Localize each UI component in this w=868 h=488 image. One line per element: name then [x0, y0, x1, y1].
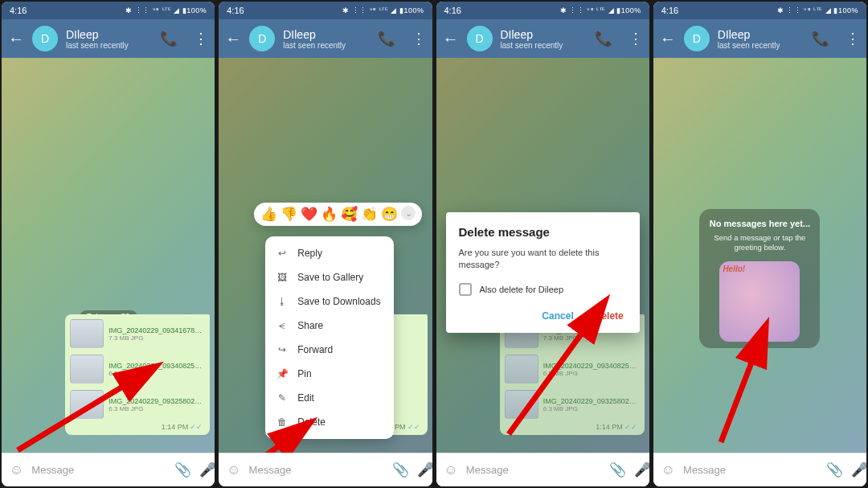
- message-time: 1:14 PM✓✓: [502, 423, 642, 433]
- avatar[interactable]: D: [32, 26, 58, 51]
- status-time: 4:16: [227, 6, 244, 15]
- more-icon[interactable]: ⋮: [845, 30, 860, 47]
- message-input[interactable]: [466, 464, 601, 476]
- more-icon[interactable]: ⋮: [194, 30, 208, 47]
- download-icon: ⭳: [276, 296, 288, 307]
- call-icon[interactable]: 📞: [160, 30, 178, 47]
- reaction[interactable]: 👏: [361, 206, 378, 223]
- file-thumb[interactable]: [70, 319, 104, 348]
- more-icon[interactable]: ⋮: [628, 30, 643, 47]
- contact-info[interactable]: DIleep last seen recently: [66, 28, 144, 50]
- ctx-pin[interactable]: 📌Pin: [265, 362, 394, 386]
- contact-info[interactable]: DIleep last seen recently: [501, 28, 579, 50]
- ctx-delete[interactable]: 🗑Delete: [265, 410, 394, 434]
- forward-icon: ↪: [276, 344, 288, 355]
- message-input[interactable]: [31, 464, 166, 476]
- file-thumb[interactable]: [70, 390, 104, 419]
- checkbox-row[interactable]: Also delete for Dileep: [459, 283, 627, 296]
- ctx-reply[interactable]: ↩Reply: [265, 241, 394, 265]
- message-input[interactable]: [683, 464, 818, 476]
- file-row[interactable]: IMG_20240229_093408251_DOC.jpg 6.5 MB JP…: [68, 352, 207, 386]
- status-bar: 4:16 ✱ ⋮⋮ ᵛᵒ ᴸᵀᴱ ◢ ▮100%: [653, 2, 866, 19]
- status-icons: ✱ ⋮⋮ ᵛᵒ ᴸᵀᴱ ◢ ▮100%: [342, 6, 424, 14]
- checkbox[interactable]: [459, 283, 472, 296]
- back-button[interactable]: ←: [8, 30, 24, 48]
- empty-title: No messages here yet...: [707, 219, 812, 228]
- file-thumb[interactable]: [70, 355, 104, 383]
- emoji-icon[interactable]: ☺: [661, 462, 675, 478]
- contact-name: DIleep: [66, 28, 144, 41]
- reactions-bar[interactable]: 👍 👎 ❤️ 🔥 🥰 👏 😁 ⌄: [254, 203, 422, 226]
- reaction[interactable]: 👎: [280, 206, 297, 223]
- contact-info[interactable]: DIleep last seen recently: [283, 28, 361, 50]
- mic-icon[interactable]: 🎤: [199, 461, 215, 478]
- attach-icon[interactable]: 📎: [609, 461, 626, 478]
- attach-icon[interactable]: 📎: [392, 461, 409, 478]
- empty-sub: Send a message or tap the greeting below…: [707, 233, 812, 253]
- attach-icon[interactable]: 📎: [174, 461, 191, 478]
- reaction[interactable]: ❤️: [301, 206, 317, 223]
- attach-icon[interactable]: 📎: [826, 461, 843, 478]
- emoji-icon[interactable]: ☺: [444, 462, 458, 478]
- file-name: IMG_20240229_093258025_DOC.jpg: [108, 397, 205, 405]
- reaction[interactable]: 🔥: [321, 206, 338, 223]
- status-icons: ✱ ⋮⋮ ᵛᵒ ᴸᵀᴱ ◢ ▮100%: [125, 6, 207, 14]
- status-icons: ✱ ⋮⋮ ᵛᵒ ᴸᵀᴱ ◢ ▮100%: [777, 6, 858, 14]
- input-bar: ☺ 📎 🎤: [219, 453, 432, 486]
- file-thumb[interactable]: [505, 355, 538, 383]
- avatar[interactable]: D: [467, 26, 493, 51]
- avatar[interactable]: D: [249, 26, 275, 51]
- ctx-share[interactable]: ⪪Share: [265, 314, 394, 338]
- back-button[interactable]: ←: [443, 30, 459, 48]
- mic-icon[interactable]: 🎤: [851, 461, 866, 478]
- media-message[interactable]: IMG_20240229_093416781_DOC.jpg 7.3 MB JP…: [65, 314, 210, 435]
- status-time: 4:16: [444, 6, 461, 15]
- contact-info[interactable]: DIleep last seen recently: [718, 28, 796, 50]
- message-input[interactable]: [249, 464, 384, 476]
- chat-area[interactable]: February 29 IMG_20240229_093416781_DOC.j…: [436, 58, 649, 453]
- file-row[interactable]: IMG_20240229_093258025_DOC.jpg 6.3 MB JP…: [502, 388, 642, 421]
- pin-icon: 📌: [276, 368, 288, 379]
- file-thumb[interactable]: [505, 390, 538, 419]
- call-icon[interactable]: 📞: [812, 30, 829, 47]
- mic-icon[interactable]: 🎤: [634, 461, 649, 478]
- screen-1: 4:16 ✱ ⋮⋮ ᵛᵒ ᴸᵀᴱ ◢ ▮100% ← D DIleep last…: [2, 2, 215, 486]
- greeting-sticker[interactable]: [719, 261, 800, 342]
- mic-icon[interactable]: 🎤: [417, 461, 432, 478]
- contact-name: DIleep: [718, 28, 796, 41]
- reaction[interactable]: 👍: [260, 206, 277, 223]
- chat-area[interactable]: 29_093416 7.3 MB JPG 29_09340 6.5 MB JPG…: [219, 58, 432, 453]
- reaction[interactable]: 🥰: [341, 206, 358, 223]
- call-icon[interactable]: 📞: [595, 30, 612, 47]
- status-bar: 4:16 ✱ ⋮⋮ ᵛᵒ ᴸᵀᴱ ◢ ▮100%: [219, 2, 432, 19]
- emoji-icon[interactable]: ☺: [10, 462, 23, 478]
- share-icon: ⪪: [276, 320, 288, 331]
- chat-area[interactable]: February 29 IMG_20240229_093416781_DOC.j…: [2, 58, 215, 453]
- reaction[interactable]: 😁: [381, 206, 398, 223]
- empty-chat-card[interactable]: No messages here yet... Send a message o…: [699, 209, 820, 348]
- contact-name: DIleep: [283, 28, 361, 41]
- ctx-save-gallery[interactable]: 🖼Save to Gallery: [265, 265, 394, 289]
- chat-area[interactable]: No messages here yet... Send a message o…: [653, 58, 866, 453]
- ctx-forward[interactable]: ↪Forward: [265, 338, 394, 362]
- back-button[interactable]: ←: [225, 30, 241, 48]
- dialog-text: Are you sure you want to delete this mes…: [459, 247, 627, 272]
- ctx-edit[interactable]: ✎Edit: [265, 386, 394, 410]
- dialog-title: Delete message: [459, 225, 627, 239]
- emoji-icon[interactable]: ☺: [227, 462, 240, 478]
- reply-icon: ↩: [276, 248, 288, 259]
- file-row[interactable]: IMG_20240229_093258025_DOC.jpg 6.3 MB JP…: [68, 388, 207, 421]
- more-icon[interactable]: ⋮: [411, 30, 426, 47]
- ctx-save-downloads[interactable]: ⭳Save to Downloads: [265, 289, 394, 314]
- avatar[interactable]: D: [684, 26, 710, 51]
- cancel-button[interactable]: Cancel: [538, 306, 576, 326]
- file-row[interactable]: IMG_20240229_093416781_DOC.jpg 7.3 MB JP…: [68, 317, 207, 351]
- delete-button[interactable]: Delete: [592, 306, 627, 326]
- file-row[interactable]: IMG_20240229_093408251_DOC.jpg 6.5 MB JP…: [502, 352, 642, 386]
- reaction-more[interactable]: ⌄: [401, 206, 416, 220]
- back-button[interactable]: ←: [660, 30, 676, 48]
- checkbox-label: Also delete for Dileep: [480, 285, 564, 294]
- contact-status: last seen recently: [501, 41, 579, 50]
- call-icon[interactable]: 📞: [378, 30, 395, 47]
- chat-header: ← D DIleep last seen recently 📞 ⋮: [2, 19, 215, 58]
